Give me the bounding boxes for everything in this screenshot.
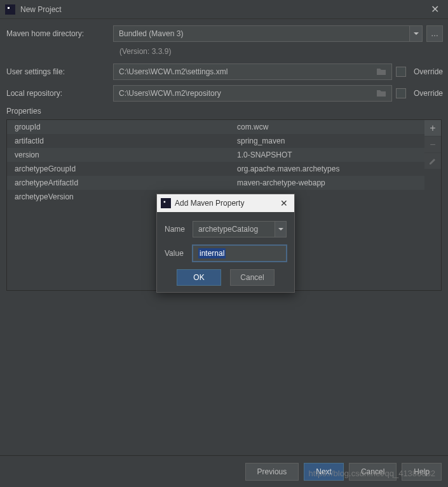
table-row[interactable]: archetypeGroupIdorg.apache.maven.archety… — [7, 162, 424, 176]
table-row[interactable]: groupIdcom.wcw — [7, 120, 424, 134]
table-row[interactable]: archetypeArtifactIdmaven-archetype-webap… — [7, 176, 424, 190]
close-icon[interactable]: ✕ — [427, 2, 443, 17]
svg-rect-3 — [164, 201, 166, 203]
maven-home-value: Bundled (Maven 3) — [119, 29, 409, 38]
app-icon — [5, 4, 15, 15]
local-repo-value: C:\Users\WCW\.m2\repository — [119, 89, 376, 98]
window-title: New Project — [20, 5, 427, 14]
user-settings-label: User settings file: — [5, 67, 113, 76]
value-input[interactable]: internal — [193, 245, 287, 262]
dialog-title: Add Maven Property — [175, 199, 278, 208]
help-button[interactable]: Help — [402, 463, 442, 481]
maven-home-dropdown[interactable]: Bundled (Maven 3) — [113, 25, 423, 42]
folder-icon — [376, 67, 386, 76]
maven-version-text: (Version: 3.3.9) — [5, 47, 443, 56]
dialog-body: Name archetypeCatalog Value internal OK … — [157, 212, 294, 292]
ok-button[interactable]: OK — [177, 269, 221, 286]
cancel-button[interactable]: Cancel — [230, 269, 275, 286]
local-repo-override-label: Override — [414, 89, 443, 98]
local-repo-override-checkbox[interactable] — [396, 88, 406, 98]
edit-property-button[interactable] — [424, 153, 441, 170]
app-icon — [161, 198, 171, 208]
svg-rect-2 — [163, 200, 169, 206]
user-settings-input[interactable]: C:\Users\WCW\.m2\settings.xml — [113, 63, 392, 80]
footer: Previous Next Cancel Help — [0, 455, 448, 487]
user-settings-override-checkbox[interactable] — [396, 67, 406, 77]
name-dropdown[interactable]: archetypeCatalog — [193, 221, 287, 237]
name-value: archetypeCatalog — [198, 225, 275, 234]
previous-button[interactable]: Previous — [245, 463, 299, 481]
table-row[interactable]: artifactIdspring_maven — [7, 134, 424, 148]
local-repo-label: Local repository: — [5, 89, 113, 98]
local-repo-row: Local repository: C:\Users\WCW\.m2\repos… — [5, 85, 443, 102]
folder-icon — [376, 89, 386, 98]
maven-home-label: Maven home directory: — [5, 29, 113, 38]
user-settings-override-label: Override — [414, 67, 443, 76]
chevron-down-icon — [275, 222, 286, 237]
maven-home-row: Maven home directory: Bundled (Maven 3) … — [5, 25, 443, 42]
remove-property-button[interactable]: − — [424, 137, 441, 153]
svg-rect-1 — [8, 7, 10, 9]
maven-home-browse-button[interactable]: … — [426, 25, 443, 42]
next-button[interactable]: Next — [304, 463, 344, 481]
close-icon[interactable]: ✕ — [278, 198, 290, 208]
value-row: Value internal — [165, 245, 287, 262]
value-label: Value — [165, 249, 193, 258]
dialog-buttons: OK Cancel — [165, 269, 287, 286]
properties-table: groupIdcom.wcw artifactIdspring_maven ve… — [7, 120, 424, 204]
properties-label: Properties — [6, 107, 443, 116]
user-settings-value: C:\Users\WCW\.m2\settings.xml — [119, 67, 376, 76]
name-row: Name archetypeCatalog — [165, 221, 287, 237]
user-settings-row: User settings file: C:\Users\WCW\.m2\set… — [5, 63, 443, 80]
titlebar: New Project ✕ — [0, 0, 448, 19]
table-row[interactable]: version1.0-SNAPSHOT — [7, 148, 424, 162]
properties-side-buttons: + − — [424, 120, 441, 170]
name-label: Name — [165, 225, 193, 234]
chevron-down-icon — [409, 26, 422, 41]
add-property-dialog: Add Maven Property ✕ Name archetypeCatal… — [156, 194, 295, 293]
local-repo-input[interactable]: C:\Users\WCW\.m2\repository — [113, 85, 392, 102]
value-value: internal — [198, 248, 226, 258]
add-property-button[interactable]: + — [424, 120, 441, 137]
dialog-titlebar: Add Maven Property ✕ — [157, 194, 294, 212]
cancel-button[interactable]: Cancel — [349, 463, 397, 481]
svg-rect-0 — [6, 6, 14, 13]
